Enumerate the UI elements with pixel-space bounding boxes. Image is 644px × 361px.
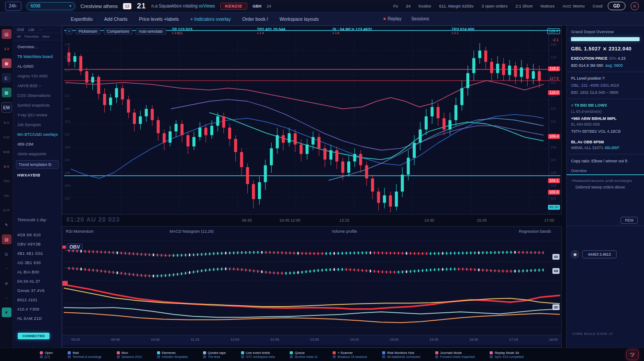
indicator-badge[interactable]: 6B — [552, 268, 560, 274]
taskbar-item[interactable]: QueueArchive notes v2 — [290, 351, 318, 358]
time-axis-tick[interactable]: 17:00 — [544, 218, 554, 223]
time-axis-tick[interactable]: 15:45 — [477, 218, 487, 223]
menu-item[interactable]: Order book / — [242, 16, 268, 22]
app-logo[interactable]: 24h· — [5, 2, 21, 11]
row-t6n-icon[interactable]: T6N — [2, 176, 12, 186]
pl-level-label[interactable]: PL Level position ? — [571, 76, 640, 81]
watchlist-item[interactable]: Job Synopsis — [13, 120, 61, 130]
taskbar-item[interactable]: Risk Monitors HubAll datafeeds connected — [382, 351, 420, 358]
pin-icon[interactable]: ◉ — [571, 250, 579, 258]
watchlist-item[interactable]: Y-ray QCI review — [13, 110, 61, 120]
indicator-column-header[interactable]: MACD histogram (12,26) — [170, 229, 214, 234]
watchlist-item[interactable]: Alerts waypoints — [13, 149, 61, 159]
menu-item[interactable]: + Indicators overlay — [190, 16, 230, 22]
instrument-item[interactable]: 4G9 SK 610 — [13, 230, 62, 239]
ratio-badge[interactable]: 3.3 — [2, 44, 12, 54]
menu-item[interactable]: Exportfolio — [71, 16, 93, 22]
chevron-down-icon[interactable]: ▾ — [69, 4, 71, 8]
taskbar-item[interactable]: ElementsIndicator templates — [157, 351, 188, 358]
stat-yo-icon[interactable]: Y;O — [2, 132, 12, 142]
watchlist-item[interactable]: TB Watchlists board — [13, 52, 61, 61]
instrument-item[interactable]: Gevas 37.4V6 — [13, 286, 62, 295]
time-axis-tick[interactable]: 10:45 12:00 — [280, 218, 301, 223]
doc-icon[interactable]: ▥ — [2, 249, 12, 259]
sidebar-subtab[interactable]: Favorites — [24, 35, 39, 38]
instrument-item[interactable]: AL BIA B00 — [13, 267, 62, 277]
chart-chip[interactable]: + — [66, 28, 73, 35]
indicator-column-header[interactable]: Regression bands — [519, 229, 551, 234]
photo-red-icon[interactable]: ▨ — [2, 234, 12, 244]
watchlist-item[interactable]: COS Observations — [13, 91, 61, 100]
avatar[interactable]: K — [631, 2, 639, 10]
sidebar-tab[interactable]: ⋯ — [38, 27, 42, 32]
watchlist-item[interactable]: Angros YOI 4050 — [13, 71, 61, 81]
watchlist-item[interactable]: HWXAYBIB — [13, 170, 61, 180]
instrument-item[interactable]: AG 3B1 930 — [13, 258, 62, 267]
sidebar-subtab[interactable]: New — [42, 35, 50, 38]
stat-sv-icon[interactable]: S.V — [2, 118, 12, 127]
taskbar-item[interactable]: Quotes tapeThe feed — [203, 351, 226, 358]
taskbar-item[interactable]: Journals ModeForward charts inspected — [435, 351, 475, 358]
indicator-panel[interactable]: OBV 09:1509:4510:3011:1512:0012:4513:301… — [62, 226, 562, 348]
em-badge[interactable]: EM — [1, 102, 12, 113]
layers-icon[interactable]: ◧ — [2, 73, 12, 83]
time-axis-tick[interactable]: 09:45 — [242, 218, 252, 223]
symbol-search-input[interactable]: 6098 ▾ — [27, 2, 75, 10]
watchlist-item[interactable]: AL-GINO — [13, 61, 61, 71]
notification-badge[interactable]: 12 — [123, 3, 131, 9]
pin-value-pill[interactable]: 44463 3.4813 — [582, 250, 617, 258]
sidebar-tab[interactable]: List — [28, 27, 34, 32]
menu-right-item[interactable]: Sessions — [411, 16, 429, 21]
gallery-icon[interactable]: ▤ — [2, 29, 12, 39]
chart-chip[interactable]: Pickstream — [75, 28, 101, 35]
menu-item[interactable]: Price levels +labels — [139, 16, 179, 22]
indicator-time-axis[interactable]: 09:1509:4510:3011:1512:0012:4513:3014:15… — [62, 335, 561, 345]
depth-meter[interactable] — [571, 37, 640, 41]
instrument-item[interactable]: 04:34:41.37 — [13, 277, 62, 286]
stat-mb-icon[interactable]: M.B — [2, 147, 12, 157]
watchlist-item[interactable]: AMYB-BSE – — [13, 81, 61, 91]
sync-teal-icon[interactable]: ▼ — [2, 307, 12, 317]
indicator-column-header[interactable]: Volume profile — [332, 229, 357, 234]
time-axis-tick[interactable]: 13:15 — [339, 218, 349, 223]
chart-chip[interactable]: Comparisons — [104, 28, 133, 35]
sidebar-subtab[interactable]: All — [17, 35, 21, 38]
snapshot-icon[interactable]: ▣ — [2, 58, 12, 68]
instrument-item[interactable]: 410.4 Y309 — [13, 304, 62, 314]
taskbar-item[interactable]: Replay Mode 3dSync 4/10 completed — [490, 351, 523, 358]
taskbar-item[interactable]: Live event briefsOTC workspace beta — [241, 351, 275, 358]
taskbar-item[interactable]: MonSessions 2013 — [117, 351, 142, 358]
menu-item[interactable]: Add Charts — [104, 16, 128, 22]
chart-chip[interactable]: Auto-annotate — [135, 28, 166, 35]
indicator-badge[interactable]: 3D — [552, 304, 560, 310]
indicator-badge[interactable]: 3D — [552, 254, 560, 260]
watchlist-item[interactable]: Overview… — [13, 42, 61, 52]
taskbar-item[interactable]: + ScannerBreakout 15 sessions — [333, 351, 367, 358]
clock-icon[interactable]: ◔ — [2, 264, 12, 273]
watchlist-item[interactable]: Trend templates B- — [16, 160, 59, 169]
instrument-item[interactable]: 4B1 4B1 G01 — [13, 249, 62, 258]
sidebar-tab[interactable]: Grid — [17, 27, 24, 32]
watchlist-item[interactable]: 4B9·23M — [13, 139, 61, 149]
row-y6l-icon[interactable]: Y6L — [2, 191, 12, 200]
target-icon[interactable]: ◎ — [2, 278, 12, 288]
taskbar-item[interactable]: Open[17] — [40, 351, 53, 358]
power-icon[interactable]: ○ — [2, 293, 12, 303]
time-axis[interactable]: 01:20 AU 20 023 09:4510:45 12:0013:1514:… — [62, 215, 562, 226]
watchlist-item[interactable]: Symbol snapshots — [13, 100, 61, 110]
watchlist-item[interactable]: WA BTC/USD overlays — [13, 130, 61, 139]
taskbar-logo-icon[interactable]: ツ — [626, 349, 639, 360]
overview-tab[interactable]: Overview — [571, 169, 640, 173]
indicator-column-header[interactable]: RSI Momentum — [66, 229, 94, 234]
alert-bx-icon[interactable]: 8 X — [2, 161, 12, 171]
instrument-item[interactable]: 6012 J101 — [13, 295, 62, 304]
taskbar-item[interactable]: MailTerminal & exchange — [68, 351, 101, 358]
rem-button[interactable]: REM — [621, 217, 638, 224]
chart-image-icon[interactable]: ▦ — [2, 88, 12, 97]
main-price-chart[interactable]: +PickstreamComparisonsAuto-annotate TP 1… — [62, 26, 562, 215]
menu-right-item[interactable]: Replay — [383, 16, 402, 21]
time-axis-tick[interactable]: 14:30 — [424, 218, 434, 223]
menu-item[interactable]: Workspace layouts — [280, 16, 319, 22]
connect-button[interactable]: CONNECTED — [18, 333, 50, 339]
pen-icon[interactable]: ✎ — [2, 220, 12, 230]
